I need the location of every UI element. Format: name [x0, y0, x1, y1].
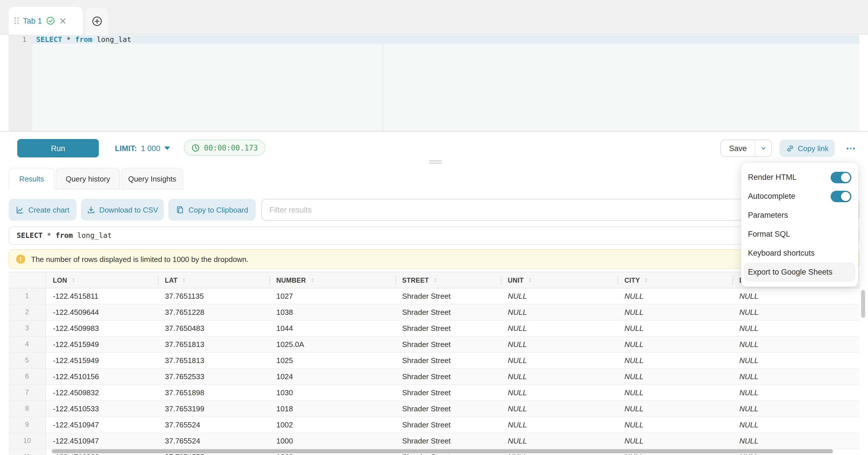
menu-item-format-sql[interactable]: Format SQL [748, 224, 851, 244]
column-header-lat[interactable]: LAT [158, 272, 270, 288]
table-cell[interactable]: NULL [733, 321, 840, 336]
table-cell[interactable]: Shrader Street [395, 385, 501, 400]
table-cell[interactable]: 1002 [270, 417, 395, 433]
table-cell[interactable]: 1038 [270, 304, 395, 320]
table-cell[interactable]: 37.7652533 [158, 369, 270, 384]
table-cell[interactable]: -122.4510533 [46, 401, 158, 417]
table-cell[interactable]: -122.4515811 [46, 289, 158, 304]
table-cell[interactable]: Shrader Street [395, 369, 501, 384]
table-cell[interactable]: 1044 [270, 321, 395, 336]
horizontal-scrollbar[interactable] [52, 449, 833, 453]
table-cell[interactable]: 37.7651135 [158, 289, 270, 304]
table-cell[interactable]: NULL [501, 369, 618, 384]
vertical-scrollbar[interactable] [861, 290, 865, 318]
table-cell[interactable]: NULL [501, 337, 618, 352]
table-cell[interactable]: 37.7651898 [158, 385, 270, 400]
table-cell[interactable]: 1000 [270, 433, 395, 449]
tab-results[interactable]: Results [9, 168, 55, 189]
drag-handle-icon[interactable] [14, 18, 19, 24]
table-cell[interactable]: NULL [501, 433, 618, 449]
table-cell[interactable]: Shrader Street [395, 321, 501, 336]
table-cell[interactable]: NULL [618, 321, 733, 336]
table-cell[interactable]: NULL [618, 433, 733, 449]
table-cell[interactable]: -122.4510156 [46, 369, 158, 384]
table-cell[interactable]: NULL [733, 417, 840, 433]
table-cell[interactable]: NULL [501, 401, 618, 417]
table-cell[interactable]: 1025 [270, 353, 395, 368]
table-cell[interactable]: NULL [501, 321, 618, 336]
table-cell[interactable]: NULL [618, 401, 733, 417]
table-cell[interactable]: Shrader Street [395, 337, 501, 352]
table-cell[interactable]: 37.7653199 [158, 401, 270, 417]
table-cell[interactable]: 1025.0A [270, 337, 395, 352]
table-cell[interactable]: -122.4510947 [46, 417, 158, 433]
table-cell[interactable]: -122.4509983 [46, 321, 158, 336]
table-cell[interactable]: 37.7651228 [158, 304, 270, 320]
tab-query-insights[interactable]: Query Insights [121, 168, 183, 189]
menu-item-export-google-sheets[interactable]: Export to Google Sheets [744, 263, 855, 281]
more-options-button[interactable] [843, 143, 858, 153]
table-cell[interactable]: 1030 [270, 385, 395, 400]
table-cell[interactable]: NULL [733, 353, 840, 368]
table-cell[interactable]: NULL [733, 385, 840, 400]
column-header-city[interactable]: CITY [618, 272, 733, 288]
table-cell[interactable]: NULL [501, 417, 618, 433]
table-cell[interactable]: 37.7651813 [158, 337, 270, 352]
table-cell[interactable]: NULL [618, 304, 733, 320]
table-cell[interactable]: Shrader Street [395, 289, 501, 304]
table-cell[interactable]: Shrader Street [395, 353, 501, 368]
menu-item-autocomplete[interactable]: Autocomplete [748, 187, 851, 206]
tab-tab1[interactable]: Tab 1 [9, 7, 83, 34]
table-cell[interactable]: 1027 [270, 289, 395, 304]
limit-dropdown[interactable]: LIMIT: 1 000 [115, 139, 170, 157]
menu-item-render-html[interactable]: Render HTML [748, 168, 851, 187]
new-tab-button[interactable] [85, 7, 109, 35]
table-cell[interactable]: -122.4515949 [46, 337, 158, 352]
table-cell[interactable]: NULL [733, 369, 840, 384]
column-header-lon[interactable]: LON [46, 272, 158, 288]
table-cell[interactable]: 37.7650483 [158, 321, 270, 336]
table-cell[interactable]: Shrader Street [395, 304, 501, 320]
save-button[interactable]: Save [721, 140, 755, 156]
column-header-unit[interactable]: UNIT [501, 272, 618, 288]
table-cell[interactable]: NULL [618, 369, 733, 384]
menu-item-parameters[interactable]: Parameters [748, 206, 851, 224]
panel-resize-handle[interactable] [429, 160, 442, 164]
copy-link-button[interactable]: Copy link [779, 140, 835, 157]
table-cell[interactable]: NULL [733, 433, 840, 449]
column-header-number[interactable]: NUMBER [270, 272, 395, 288]
sql-editor[interactable]: 1 SELECT * from long_lat [0, 34, 868, 131]
autocomplete-toggle[interactable] [831, 190, 851, 202]
download-csv-button[interactable]: Download to CSV [81, 199, 164, 221]
table-cell[interactable]: NULL [501, 353, 618, 368]
create-chart-button[interactable]: Create chart [9, 199, 76, 221]
table-cell[interactable]: 37.765524 [158, 433, 270, 449]
table-cell[interactable]: NULL [733, 337, 840, 352]
table-cell[interactable]: NULL [501, 289, 618, 304]
table-cell[interactable]: -122.4509644 [46, 304, 158, 320]
editor-empty-area[interactable] [32, 44, 859, 131]
menu-item-keyboard-shortcuts[interactable]: Keyboard shortcuts [748, 244, 851, 263]
table-cell[interactable]: NULL [733, 401, 840, 417]
column-header-street[interactable]: STREET [395, 272, 501, 288]
tab-query-history[interactable]: Query history [56, 168, 120, 189]
table-cell[interactable]: NULL [501, 385, 618, 400]
table-cell[interactable]: NULL [733, 304, 840, 320]
table-cell[interactable]: NULL [501, 304, 618, 320]
table-cell[interactable]: -122.4509832 [46, 385, 158, 400]
copy-clipboard-button[interactable]: Copy to Clipboard [168, 199, 256, 221]
table-cell[interactable]: NULL [618, 417, 733, 433]
table-cell[interactable]: NULL [618, 353, 733, 368]
run-button[interactable]: Run [17, 139, 99, 157]
close-tab-icon[interactable] [59, 17, 67, 24]
table-cell[interactable]: Shrader Street [395, 401, 501, 417]
table-cell[interactable]: -122.4510947 [46, 433, 158, 449]
table-cell[interactable]: -122.4515949 [46, 353, 158, 368]
table-cell[interactable]: NULL [618, 385, 733, 400]
table-cell[interactable]: 37.7651813 [158, 353, 270, 368]
table-cell[interactable]: 37.765524 [158, 417, 270, 433]
table-cell[interactable]: 1018 [270, 401, 395, 417]
table-cell[interactable]: NULL [618, 289, 733, 304]
render-html-toggle[interactable] [831, 172, 851, 183]
table-cell[interactable]: Shrader Street [395, 417, 501, 433]
